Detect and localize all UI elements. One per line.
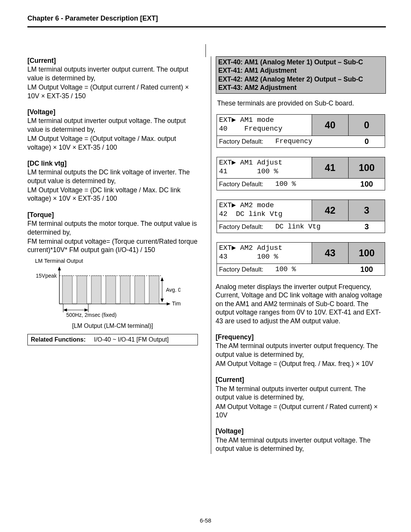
factory-default-label: Factory Default: xyxy=(217,265,272,273)
factory-default-label: Factory Default: xyxy=(217,223,272,231)
param-block-40: EXT▶ AM1 mode 40 Frequency 40 0 Factory … xyxy=(216,114,386,148)
param-block-42: EXT▶ AM2 mode 42 DC link Vtg 42 3 Factor… xyxy=(216,200,386,233)
description-text: Analog meter displays the inverter outpu… xyxy=(216,283,386,325)
parameter-banner: EXT-40: AM1 (Analog Meter 1) Output – Su… xyxy=(216,56,386,94)
svg-rect-11 xyxy=(149,276,159,304)
factory-default-row: Factory Default: DC link Vtg 3 xyxy=(217,221,386,233)
param-keypad-value: 3 xyxy=(349,200,385,221)
page: Chapter 6 - Parameter Description [EXT] … xyxy=(0,0,411,532)
param-keypad-value: 100 xyxy=(349,157,385,178)
svg-marker-14 xyxy=(161,299,164,302)
param-block-41: EXT▶ AM1 Adjust 41 100 % 41 100 Factory … xyxy=(216,157,386,190)
lcd-display: EXT▶ AM2 Adjust 43 100 % xyxy=(217,243,312,264)
param-display-row: EXT▶ AM1 mode 40 Frequency 40 0 xyxy=(217,114,386,136)
section-heading: [Current] xyxy=(27,56,198,65)
body-text: LM Output Voltage = (Output voltage / Ma… xyxy=(27,134,198,152)
related-functions-label: Related Functions: xyxy=(31,336,86,343)
chart-caption: [LM Output (LM-CM terminal)] xyxy=(27,322,198,330)
factory-default-row: Factory Default: 100 % 100 xyxy=(217,264,386,276)
body-text: The AM terminal outputs inverter output … xyxy=(216,342,386,359)
factory-default-label: Factory Default: xyxy=(217,180,272,188)
section-heading: [Voltage] xyxy=(27,108,198,116)
param-display-row: EXT▶ AM2 Adjust 43 100 % 43 100 xyxy=(217,242,386,264)
section-heading: [Current] xyxy=(216,375,386,384)
factory-default-row: Factory Default: Frequency 0 xyxy=(217,136,386,148)
svg-marker-16 xyxy=(63,308,67,312)
svg-rect-5 xyxy=(62,276,72,304)
chart-svg: 15Vpeak Avg. 0~10V T xyxy=(32,266,180,323)
body-text: The M terminal outputs inverter output c… xyxy=(216,385,386,402)
banner-line: EXT-43: AM2 Adjustment xyxy=(218,83,384,92)
body-text: The AM terminal outputs inverter output … xyxy=(216,436,386,453)
param-keypad-value: 0 xyxy=(349,115,385,136)
body-text: AM Output Voltage = (Output current / Ra… xyxy=(216,403,386,420)
body-text: LM terminal output inverter output volta… xyxy=(27,117,198,134)
param-keypad-value: 100 xyxy=(349,243,385,264)
lm-output-chart: LM Terminal Output 15Vpeak xyxy=(27,257,198,330)
factory-default-number: 0 xyxy=(349,137,385,147)
svg-marker-1 xyxy=(58,267,61,270)
chart-x-tick: 500Hz, 2msec (fixed) xyxy=(66,312,116,318)
lcd-display: EXT▶ AM2 mode 42 DC link Vtg xyxy=(217,200,312,221)
right-column: EXT-40: AM1 (Analog Meter 1) Output – Su… xyxy=(211,56,386,454)
param-keypad-number: 42 xyxy=(312,200,349,221)
factory-default-value: Frequency xyxy=(272,137,349,146)
svg-rect-9 xyxy=(120,276,130,304)
banner-line: EXT-40: AM1 (Analog Meter 1) Output – Su… xyxy=(218,58,384,66)
body-text: LM terminal outputs the DC link voltage … xyxy=(27,168,198,185)
svg-rect-8 xyxy=(106,276,116,304)
factory-default-value: 100 % xyxy=(272,265,349,274)
factory-default-row: Factory Default: 100 % 100 xyxy=(217,178,386,190)
intro-text: These terminals are provided on Sub-C bo… xyxy=(216,99,386,107)
body-text: FM terminal outputs the motor torque. Th… xyxy=(27,219,198,236)
body-text: LM terminal outputs inverter output curr… xyxy=(27,65,198,82)
chart-y-tick: 15Vpeak xyxy=(36,273,57,279)
chart-x-label: Time xyxy=(172,300,180,307)
svg-marker-3 xyxy=(167,302,170,305)
svg-rect-10 xyxy=(135,276,145,304)
lcd-display: EXT▶ AM1 mode 40 Frequency xyxy=(217,115,312,136)
param-display-row: EXT▶ AM1 Adjust 41 100 % 41 100 xyxy=(217,157,386,178)
factory-default-number: 100 xyxy=(349,265,385,275)
left-column: [Current] LM terminal outputs inverter o… xyxy=(27,56,199,454)
factory-default-value: DC link Vtg xyxy=(272,222,349,231)
column-divider-top xyxy=(206,44,206,57)
related-functions-value: I/O-40 ~ I/O-41 [FM Output] xyxy=(94,336,169,343)
svg-marker-13 xyxy=(161,277,164,281)
two-column-layout: [Current] LM terminal outputs inverter o… xyxy=(27,56,386,454)
body-text: LM Output Voltage = (Output current / Ra… xyxy=(27,83,198,100)
body-text: FM terminal output voltage= (Torque curr… xyxy=(27,237,198,254)
banner-line: EXT-42: AM2 (Analog Meter 2) Output – Su… xyxy=(218,75,384,83)
section-heading: [Torque] xyxy=(27,211,198,219)
section-heading: [Frequency] xyxy=(216,333,386,341)
param-keypad-number: 40 xyxy=(312,115,349,136)
related-functions-box: Related Functions: I/O-40 ~ I/O-41 [FM O… xyxy=(27,334,198,345)
body-text: LM Output Voltage = (DC link voltage / M… xyxy=(27,186,198,203)
chart-annotation-avg: Avg. 0~10V xyxy=(166,287,180,293)
body-text: AM Output Voltage = (Output freq. / Max.… xyxy=(216,359,386,368)
param-keypad-number: 41 xyxy=(312,157,349,178)
chart-title: LM Terminal Output xyxy=(35,257,198,265)
factory-default-number: 100 xyxy=(349,179,385,189)
section-heading: [Voltage] xyxy=(216,427,386,435)
svg-rect-7 xyxy=(91,276,101,304)
svg-rect-6 xyxy=(77,276,87,304)
svg-marker-17 xyxy=(84,308,88,312)
param-block-43: EXT▶ AM2 Adjust 43 100 % 43 100 Factory … xyxy=(216,242,386,276)
factory-default-number: 3 xyxy=(349,222,385,232)
lcd-display: EXT▶ AM1 Adjust 41 100 % xyxy=(217,157,312,178)
param-keypad-number: 43 xyxy=(312,243,349,264)
factory-default-label: Factory Default: xyxy=(217,137,272,145)
banner-line: EXT-41: AM1 Adjustment xyxy=(218,66,384,75)
factory-default-value: 100 % xyxy=(272,180,349,189)
page-title: Chapter 6 - Parameter Description [EXT] xyxy=(27,14,386,27)
param-display-row: EXT▶ AM2 mode 42 DC link Vtg 42 3 xyxy=(217,200,386,221)
chart-canvas: 15Vpeak Avg. 0~10V T xyxy=(32,266,198,315)
section-heading: [DC link vtg] xyxy=(27,159,198,168)
page-number: 6-58 xyxy=(0,517,411,524)
